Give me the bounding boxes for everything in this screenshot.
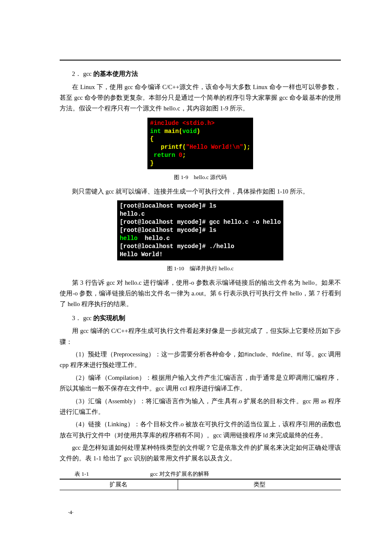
code-token: \n <box>233 144 240 150</box>
code-line: [root@localhost mycode]# gcc hello.c -o … <box>120 219 281 225</box>
code-token: " <box>239 144 243 150</box>
paragraph: 第 3 行告诉 gcc 对 hello.c 进行编译，使用-o 参数表示编译链接… <box>60 278 341 310</box>
figure-caption: 图 1-9 hello.c 源代码 <box>60 173 341 181</box>
table-header-type: 类型 <box>178 479 341 490</box>
page-number: ·4· <box>68 509 341 516</box>
code-line: hello.c <box>120 211 145 217</box>
code-line: [root@localhost mycode]# ls <box>120 202 216 209</box>
paragraph: 用 gcc 编译的 C/C++程序生成可执行文件看起来好像是一步就完成了，但实际… <box>60 326 341 347</box>
code-token: void <box>182 128 197 135</box>
code-token: printf( <box>150 144 186 150</box>
code-token: { <box>150 136 153 142</box>
paragraph: （2）编译（Compilation）：根据用户输入文件产生汇编语言，由于通常是立… <box>60 373 341 394</box>
paragraph: （4）链接（Linking）：各个目标文件.o 被放在可执行文件的适当位置上，该… <box>60 419 341 441</box>
code-token <box>150 152 153 159</box>
code-token: #include <box>150 120 182 127</box>
code-token: "Hello World! <box>186 144 232 150</box>
code-token: ); <box>243 144 251 150</box>
heading-prefix: gcc <box>83 315 93 321</box>
header-rule <box>60 60 341 61</box>
code-token: 0 <box>179 152 182 159</box>
code-line: [root@localhost mycode]# ./hello <box>120 243 234 250</box>
paragraph: （3）汇编（Assembly）：将汇编语言作为输入，产生具有.o 扩展名的目标文… <box>60 396 341 418</box>
heading-bold: 的实现机制 <box>93 315 125 321</box>
table-row: 扩展名 类型 <box>60 479 341 490</box>
code-token: return <box>154 152 179 159</box>
code-token: int <box>150 128 164 135</box>
extensions-table: 扩展名 类型 <box>60 479 341 490</box>
section-heading-2: 2． gcc 的基本使用方法 <box>60 68 341 80</box>
table-title: gcc 对文件扩展名的解释 <box>150 470 209 478</box>
paragraph: （1）预处理（Preprocessing）：这一步需要分析各种命令，如#incl… <box>60 349 341 371</box>
heading-bold: 的基本使用方法 <box>93 70 138 77</box>
paragraph: 则只需键入 gcc 就可以编译、连接并生成一个可执行文件，具体操作如图 1-10… <box>60 186 341 197</box>
code-figure-1-10: [root@localhost mycode]# ls hello.c [roo… <box>117 200 283 260</box>
code-token: } <box>150 160 153 167</box>
table-number: 表 1-1 <box>75 470 89 478</box>
code-token: ) <box>197 128 200 135</box>
paragraph: gcc 是怎样知道如何处理某种特殊类型的文件呢？它是依靠文件的扩展名来决定如何正… <box>60 442 341 464</box>
page: 2． gcc 的基本使用方法 在 Linux 下，使用 gcc 命令编译 C/C… <box>0 0 392 541</box>
heading-number: 3． <box>72 315 81 321</box>
code-token: hello <box>120 235 138 242</box>
paragraph: 在 Linux 下，使用 gcc 命令编译 C/C++源文件，该命令与大多数 L… <box>60 82 341 114</box>
table-label-row: 表 1-1 gcc 对文件扩展名的解释 <box>60 470 341 478</box>
figure-caption: 图 1-10 编译并执行 hello.c <box>60 265 341 272</box>
code-token: hello.c <box>138 235 170 242</box>
code-line: Hello World! <box>120 251 163 258</box>
code-figure-1-9: #include <stdio.h> int main(void) { prin… <box>147 118 253 169</box>
heading-number: 2． <box>72 70 81 77</box>
code-token: ; <box>182 152 186 159</box>
heading-prefix: gcc <box>83 70 93 77</box>
code-line: [root@localhost mycode]# ls <box>120 227 216 234</box>
table-header-ext: 扩展名 <box>60 479 178 490</box>
section-heading-3: 3． gcc 的实现机制 <box>60 312 341 324</box>
code-token: <stdio.h> <box>182 120 215 127</box>
code-token: main( <box>164 128 182 135</box>
